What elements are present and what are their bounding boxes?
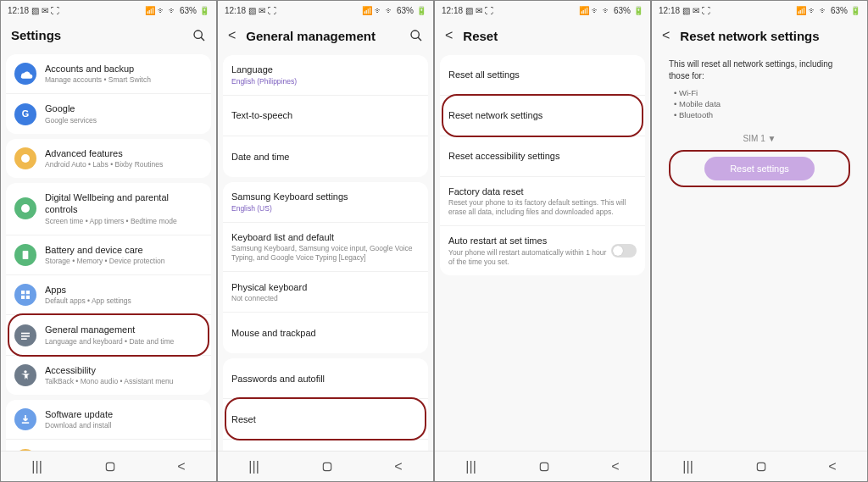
- item-subtitle: Android Auto • Labs • Bixby Routines: [45, 160, 203, 169]
- reset-screen: 12:18 ▧ ✉ ⛶ 📶 ᯤ ᯤ 63%🔋 < Reset Reset all…: [434, 0, 651, 482]
- status-icons-right: 📶 ᯤ ᯤ: [145, 6, 177, 15]
- header: Settings: [1, 19, 216, 49]
- recents-button[interactable]: |||: [31, 459, 42, 474]
- gm-item[interactable]: Date and time: [223, 136, 428, 177]
- reset-item[interactable]: Reset all settings: [440, 55, 645, 96]
- back-button[interactable]: <: [394, 459, 402, 474]
- gm-item[interactable]: Mouse and trackpad: [223, 313, 428, 353]
- settings-item[interactable]: General managementLanguage and keyboard …: [6, 315, 211, 355]
- a11y-icon: [14, 364, 36, 386]
- svg-rect-9: [26, 296, 30, 299]
- info-text: This will reset all network settings, in…: [657, 50, 862, 86]
- battery-icon: [14, 244, 36, 266]
- home-button[interactable]: [104, 461, 116, 473]
- item-title: Reset accessibility settings: [448, 150, 637, 162]
- gm-item[interactable]: Text-to-speech: [223, 96, 428, 136]
- back-icon[interactable]: <: [445, 28, 453, 43]
- item-title: Mouse and trackpad: [231, 327, 420, 339]
- nav-bar: ||| <: [1, 451, 216, 481]
- sim-selector[interactable]: SIM 1 ▼: [657, 127, 862, 150]
- reset-item[interactable]: Auto restart at set timesYour phone will…: [440, 226, 645, 274]
- recents-button[interactable]: |||: [465, 459, 476, 474]
- settings-item[interactable]: Digital Wellbeing and parental controlsS…: [6, 183, 211, 235]
- settings-item[interactable]: Software updateDownload and install: [6, 400, 211, 440]
- item-title: Digital Wellbeing and parental controls: [45, 191, 203, 216]
- item-title: Auto restart at set times: [448, 235, 611, 247]
- item-title: Apps: [45, 284, 203, 296]
- reset-network-body: This will reset all network settings, in…: [652, 50, 867, 451]
- item-subtitle: Samsung Keyboard, Samsung voice input, G…: [231, 244, 420, 263]
- back-button[interactable]: <: [611, 459, 619, 474]
- item-title: Samsung Keyboard settings: [231, 191, 420, 202]
- page-title: General management: [246, 29, 399, 43]
- gm-item[interactable]: Keyboard list and defaultSamsung Keyboar…: [223, 223, 428, 272]
- search-icon[interactable]: [409, 29, 423, 42]
- toggle[interactable]: [611, 244, 637, 258]
- bullet-item: • Wi-Fi: [674, 87, 845, 98]
- item-subtitle: Google services: [45, 116, 203, 125]
- item-subtitle: Your phone will restart automatically wi…: [448, 248, 611, 267]
- item-title: Software update: [45, 408, 203, 420]
- general-management-screen: 12:18 ▧ ✉ ⛶ 📶 ᯤ ᯤ 63%🔋 < General managem…: [217, 0, 434, 482]
- reset-settings-button[interactable]: Reset settings: [704, 157, 815, 180]
- cloud-icon: [14, 63, 36, 85]
- status-bar: 12:18 ▧ ✉ ⛶ 📶 ᯤ ᯤ 63%🔋: [218, 1, 433, 19]
- gm-icon: [14, 324, 36, 346]
- back-button[interactable]: <: [177, 459, 185, 474]
- reset-item[interactable]: Factory data resetReset your phone to it…: [440, 177, 645, 226]
- svg-line-20: [418, 37, 421, 41]
- reset-item[interactable]: Reset accessibility settings: [440, 136, 645, 177]
- item-subtitle: TalkBack • Mono audio • Assistant menu: [45, 377, 203, 386]
- home-button[interactable]: [321, 461, 333, 473]
- header: < Reset: [435, 19, 650, 50]
- item-title: Text-to-speech: [231, 109, 420, 121]
- page-title: Reset network settings: [680, 29, 857, 43]
- svg-point-13: [24, 370, 26, 373]
- gm-item[interactable]: Customization ServiceGet personalized co…: [223, 440, 428, 451]
- reset-list[interactable]: Reset all settingsReset network settings…: [435, 50, 650, 451]
- search-icon[interactable]: [192, 29, 206, 42]
- settings-item[interactable]: AccessibilityTalkBack • Mono audio • Ass…: [6, 356, 211, 395]
- item-subtitle: Screen time • App timers • Bedtime mode: [45, 217, 203, 226]
- status-bar: 12:18 ▧ ✉ ⛶ 📶 ᯤ ᯤ 63%🔋: [652, 1, 867, 19]
- back-icon[interactable]: <: [662, 28, 670, 43]
- settings-list[interactable]: Accounts and backupManage accounts • Sma…: [1, 49, 216, 451]
- gm-list[interactable]: LanguageEnglish (Philippines)Text-to-spe…: [218, 50, 433, 451]
- item-title: Advanced features: [45, 147, 203, 159]
- svg-point-0: [194, 30, 202, 38]
- home-button[interactable]: [755, 461, 767, 473]
- header: < General management: [218, 19, 433, 50]
- bullet-list: • Wi-Fi• Mobile data• Bluetooth: [657, 86, 862, 127]
- item-subtitle: Download and install: [45, 421, 203, 430]
- settings-item[interactable]: AppsDefault apps • App settings: [6, 275, 211, 315]
- bullet-item: • Mobile data: [674, 98, 845, 109]
- apps-icon: [14, 284, 36, 306]
- back-button[interactable]: <: [828, 459, 836, 474]
- gm-item[interactable]: LanguageEnglish (Philippines): [223, 55, 428, 96]
- settings-item[interactable]: GGoogleGoogle services: [6, 94, 211, 133]
- settings-item[interactable]: Battery and device careStorage • Memory …: [6, 235, 211, 275]
- gm-item[interactable]: Samsung Keyboard settingsEnglish (US): [223, 182, 428, 223]
- svg-point-4: [21, 204, 30, 213]
- home-button[interactable]: [538, 461, 550, 473]
- settings-item[interactable]: Accounts and backupManage accounts • Sma…: [6, 54, 211, 94]
- item-subtitle: Default apps • App settings: [45, 296, 203, 306]
- settings-item[interactable]: Advanced featuresAndroid Auto • Labs • B…: [6, 139, 211, 178]
- nav-bar: ||| <: [435, 451, 650, 481]
- recents-button[interactable]: |||: [248, 459, 259, 474]
- gm-item[interactable]: Reset: [223, 399, 428, 440]
- gm-item[interactable]: Passwords and autofill: [223, 358, 428, 399]
- settings-item[interactable]: Tips and user manualUseful tips • New fe…: [6, 440, 211, 451]
- svg-rect-7: [26, 291, 30, 294]
- svg-rect-22: [540, 463, 548, 470]
- item-title: Keyboard list and default: [231, 231, 420, 243]
- item-title: Reset all settings: [448, 69, 637, 80]
- item-title: Accessibility: [45, 364, 203, 376]
- item-title: General management: [45, 324, 203, 335]
- reset-item[interactable]: Reset network settings: [440, 96, 645, 136]
- back-icon[interactable]: <: [228, 28, 236, 43]
- recents-button[interactable]: |||: [682, 459, 693, 474]
- gm-item[interactable]: Physical keyboardNot connected: [223, 272, 428, 313]
- reset-settings-highlight: Reset settings: [657, 150, 862, 187]
- header: < Reset network settings: [652, 19, 867, 50]
